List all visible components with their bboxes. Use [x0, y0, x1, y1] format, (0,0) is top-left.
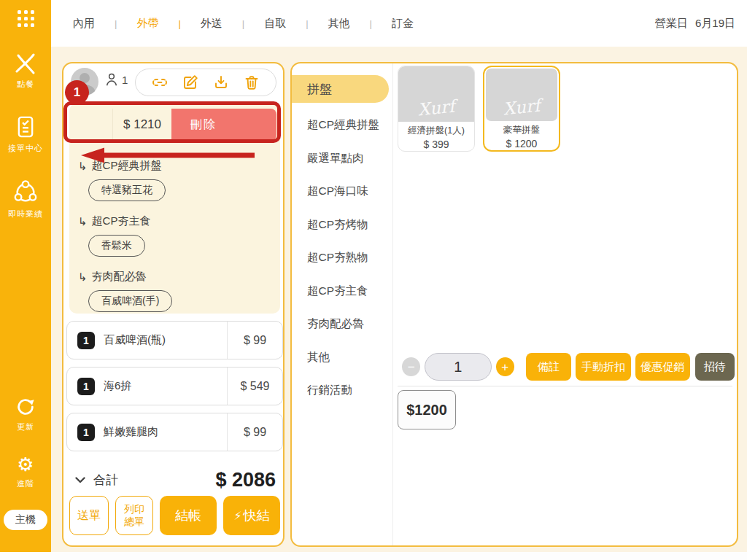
- group-name: 超CP夯主食: [92, 214, 151, 228]
- category-item[interactable]: 其他: [292, 341, 392, 375]
- tab-other[interactable]: 其他: [328, 17, 350, 31]
- group-row[interactable]: ↳ 超CP夯主食: [78, 214, 268, 228]
- option-pill[interactable]: 百威啤酒(手): [88, 290, 172, 312]
- option-pill[interactable]: 香鬆米: [88, 235, 145, 257]
- detail-divider: [398, 386, 732, 386]
- treat-button[interactable]: 招待: [695, 353, 735, 381]
- sidebar-item-order-center[interactable]: 接單中心: [8, 114, 43, 154]
- people-network-icon: [13, 180, 38, 205]
- tab-separator: [370, 18, 372, 29]
- sidebar-item-refresh[interactable]: 更新: [15, 396, 36, 432]
- total-value: $ 2086: [215, 469, 276, 491]
- quick-checkout-button[interactable]: ⚡ 快結: [223, 496, 280, 535]
- guest-count-value: 1: [122, 74, 128, 86]
- order-panel-header: 1: [63, 63, 283, 101]
- sub-item-arrow-icon: ↳: [78, 271, 88, 284]
- tab-separator: [306, 18, 308, 29]
- tab-delivery[interactable]: 外送: [201, 17, 222, 31]
- tab-separator: [242, 18, 244, 29]
- edit-order-button[interactable]: [182, 74, 199, 91]
- item-qty-badge: 1: [77, 424, 95, 441]
- sub-item-arrow-icon: ↳: [78, 160, 88, 173]
- sidebar-item-label: 更新: [17, 421, 34, 432]
- send-order-button[interactable]: 送單: [69, 496, 109, 535]
- category-item-selected[interactable]: 拼盤: [292, 75, 389, 103]
- item-name: 海6拚: [104, 379, 227, 393]
- bottom-edge: [0, 552, 747, 560]
- quantity-plus-button[interactable]: +: [496, 357, 514, 376]
- manual-discount-button[interactable]: 手動折扣: [576, 353, 631, 381]
- item-price: $ 99: [227, 322, 282, 359]
- order-item-row[interactable]: 1 百威啤酒(瓶) $ 99: [66, 321, 283, 359]
- category-item[interactable]: 超CP夯烤物: [292, 209, 392, 242]
- group-row[interactable]: ↳ 超CP經典拼盤: [78, 159, 268, 173]
- sub-item-arrow-icon: ↳: [78, 215, 88, 228]
- clear-order-button[interactable]: [243, 74, 260, 91]
- tab-pickup[interactable]: 自取: [264, 17, 286, 31]
- merge-order-button[interactable]: [151, 74, 169, 91]
- watermark-logo: Xurf: [417, 96, 456, 123]
- apps-grid-icon[interactable]: [18, 10, 34, 27]
- host-button[interactable]: 主機: [4, 510, 47, 530]
- category-item[interactable]: 超CP經典拼盤: [292, 109, 392, 142]
- watermark-logo: Xurf: [502, 96, 541, 122]
- chopsticks-logo-icon: [13, 53, 38, 75]
- item-price: $ 549: [227, 368, 282, 405]
- order-toolbar: [135, 69, 276, 96]
- product-card[interactable]: Xurf 經濟拼盤(1人) $ 399: [398, 66, 475, 152]
- category-item[interactable]: 超CP海口味: [292, 175, 392, 209]
- gear-icon: ⚙: [17, 454, 34, 475]
- item-price: $ 99: [227, 413, 282, 451]
- note-button[interactable]: 備註: [526, 353, 571, 381]
- sidebar-item-label: 即時業績: [8, 209, 43, 219]
- guest-count: 1: [104, 71, 128, 88]
- refresh-icon: [15, 396, 36, 418]
- order-type-tabs: 內用 外帶 外送 自取 其他 訂金: [73, 17, 414, 31]
- tab-takeout[interactable]: 外帶: [136, 17, 158, 31]
- quantity-minus-button[interactable]: −: [402, 357, 420, 376]
- delete-button[interactable]: 刪除: [171, 109, 276, 141]
- sidebar-item-advanced[interactable]: ⚙ 進階: [17, 454, 34, 489]
- checkout-button[interactable]: 結帳: [160, 496, 217, 535]
- product-price: $ 399: [398, 139, 474, 150]
- save-order-button[interactable]: [212, 74, 230, 91]
- print-bill-button[interactable]: 列印 總單: [115, 496, 153, 535]
- order-panel: 1: [62, 62, 285, 547]
- edit-icon: [182, 74, 199, 91]
- menu-panel: 拼盤 超CP經典拼盤 嚴選單點肉 超CP海口味 超CP夯烤物 超CP夯熟物 超C…: [290, 62, 738, 547]
- tab-dine-in[interactable]: 內用: [73, 17, 95, 31]
- product-card-selected[interactable]: Xurf 豪華拼盤 $ 1200: [483, 66, 560, 152]
- order-detail-box: $ 1210 刪除 ↳ 超CP經典拼盤 特選豬五花 ↳ 超CP夯主食 香鬆米 ↳…: [69, 104, 280, 314]
- group-row[interactable]: ↳ 夯肉配必魯: [78, 270, 268, 284]
- quantity-value[interactable]: 1: [425, 353, 491, 381]
- swipe-row-qty-cell: [73, 109, 113, 141]
- price-variant-chip[interactable]: $1200: [398, 390, 456, 429]
- sidebar-item-label: 點餐: [17, 79, 34, 90]
- category-item[interactable]: 嚴選單點肉: [292, 142, 392, 176]
- group-name: 夯肉配必魯: [92, 270, 147, 284]
- order-actions: 送單 列印 總單 結帳 ⚡ 快結: [69, 496, 280, 535]
- order-item-row[interactable]: 1 鮮嫩雞腿肉 $ 99: [66, 413, 283, 451]
- order-swipe-row[interactable]: $ 1210 刪除: [73, 109, 276, 141]
- tab-deposit[interactable]: 訂金: [392, 17, 414, 31]
- category-item[interactable]: 夯肉配必魯: [292, 308, 392, 341]
- option-pill[interactable]: 特選豬五花: [88, 179, 166, 201]
- total-row: 合計 $ 2086: [74, 467, 276, 493]
- product-price: $ 1200: [486, 138, 557, 149]
- category-item[interactable]: 超CP夯主食: [292, 275, 392, 308]
- swipe-row-price: $ 1210: [113, 109, 171, 141]
- category-list: 超CP經典拼盤 嚴選單點肉 超CP海口味 超CP夯烤物 超CP夯熟物 超CP夯主…: [292, 109, 392, 408]
- collapse-total-button[interactable]: [74, 475, 87, 485]
- chevron-down-icon: [75, 477, 85, 483]
- product-label: 豪華拼盤 $ 1200: [486, 121, 557, 149]
- order-item-row[interactable]: 1 海6拚 $ 549: [66, 367, 283, 405]
- sidebar-item-live-sales[interactable]: 即時業績: [8, 180, 43, 219]
- category-item[interactable]: 行銷活動: [292, 374, 392, 408]
- item-name: 百威啤酒(瓶): [104, 333, 227, 347]
- sidebar-item-order[interactable]: 點餐: [13, 53, 38, 90]
- category-item[interactable]: 超CP夯熟物: [292, 241, 392, 275]
- sidebar-item-label: 進階: [17, 478, 34, 489]
- promotion-button[interactable]: 優惠促銷: [635, 353, 690, 381]
- tab-separator: [178, 18, 180, 29]
- item-name: 鮮嫩雞腿肉: [104, 425, 227, 439]
